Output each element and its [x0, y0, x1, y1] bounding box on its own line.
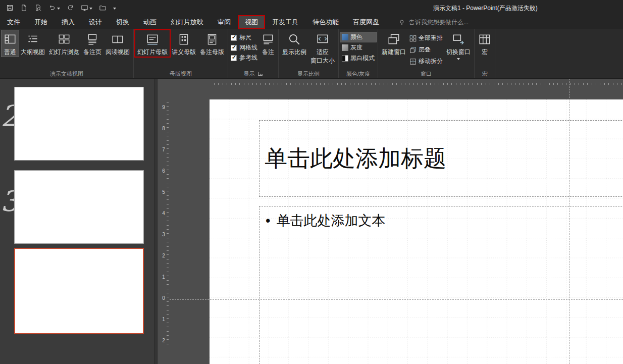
outline-view-button[interactable]: 大纲视图 — [19, 30, 47, 57]
outline-view-icon — [26, 33, 39, 46]
group-show: 标尺 网格线 参考线 备注 显示 — [228, 29, 279, 78]
print-preview-icon[interactable] — [34, 4, 42, 12]
undo-button[interactable] — [48, 4, 60, 12]
color-button[interactable]: 颜色 — [340, 32, 376, 42]
screen-record-button[interactable] — [81, 4, 92, 12]
tab-transitions[interactable]: 切换 — [109, 15, 136, 29]
slide-thumbnail-3-selected[interactable] — [14, 248, 144, 334]
slide-thumbnail-2[interactable] — [14, 170, 144, 244]
notes-page-button[interactable]: 备注页 — [81, 30, 103, 57]
slide-master-button[interactable]: 幻灯片母版 — [135, 30, 170, 57]
normal-view-button[interactable]: 普通 — [2, 30, 19, 57]
handout-master-label: 讲义母版 — [172, 48, 196, 57]
vertical-ruler: 9 8 7 6 5 4 3 2 1 0 1 2 — [158, 79, 170, 364]
notes-master-button[interactable]: 备注母版 — [198, 30, 226, 57]
guides-checkbox[interactable]: 参考线 — [231, 54, 257, 62]
ruler-number: 1 — [158, 317, 170, 322]
cascade-button[interactable]: 层叠 — [408, 45, 444, 55]
screen-record-dropdown-icon[interactable] — [89, 8, 92, 10]
horizontal-guide[interactable] — [170, 299, 623, 300]
title-bar: 演示文稿1 - PowerPoint(产品激活失败) — [0, 0, 623, 15]
group-zoom: 显示比例 适应 窗口大小 显示比例 — [279, 29, 339, 78]
checkbox-checked-icon — [231, 45, 237, 51]
title-placeholder[interactable]: 单击此处添加标题 — [259, 120, 623, 197]
checkbox-checked-icon — [231, 35, 237, 41]
ribbon: 普通 大纲视图 幻灯片浏览 备注页 阅读视图 — [0, 29, 623, 79]
notes-button[interactable]: 备注 — [259, 30, 277, 57]
ruler-number: 5 — [158, 189, 170, 195]
tab-developer[interactable]: 开发工具 — [265, 15, 305, 29]
tab-slideshow[interactable]: 幻灯片放映 — [164, 15, 211, 29]
notes-page-icon — [86, 33, 99, 46]
title-placeholder-text: 单击此处添加标题 — [259, 143, 446, 174]
slide-sorter-label: 幻灯片浏览 — [49, 48, 79, 57]
normal-view-label: 普通 — [4, 48, 16, 57]
tab-baidu-netdisk[interactable]: 百度网盘 — [346, 15, 386, 29]
group-presentation-views: 普通 大纲视图 幻灯片浏览 备注页 阅读视图 — [0, 29, 134, 78]
grayscale-button[interactable]: 灰度 — [340, 43, 376, 53]
ruler-number: 7 — [158, 147, 170, 152]
slide-sorter-button[interactable]: 幻灯片浏览 — [47, 30, 81, 57]
handout-master-button[interactable]: 讲义母版 — [170, 30, 198, 57]
dialog-launcher-icon[interactable] — [257, 71, 263, 77]
notes-label: 备注 — [262, 48, 274, 57]
zoom-label: 显示比例 — [282, 48, 306, 57]
ruler-number: 3 — [158, 232, 170, 237]
save-icon[interactable] — [6, 4, 14, 12]
macros-icon — [478, 33, 491, 46]
notes-master-label: 备注母版 — [200, 48, 224, 57]
folder-open-icon[interactable] — [99, 4, 107, 12]
body-placeholder[interactable]: • 单击此处添加文本 — [259, 206, 623, 364]
tell-me-search[interactable]: 告诉我您想要做什么... — [386, 15, 469, 29]
macros-button[interactable]: 宏 — [476, 30, 493, 57]
grayscale-label: 灰度 — [350, 43, 362, 52]
grayscale-icon — [342, 44, 348, 51]
group-label-macros: 宏 — [476, 69, 493, 78]
bullet-glyph: • — [266, 213, 270, 229]
tab-insert[interactable]: 插入 — [55, 15, 82, 29]
new-window-icon — [387, 33, 400, 46]
new-window-button[interactable]: 新建窗口 — [380, 30, 408, 57]
group-label-color-grayscale: 颜色/灰度 — [340, 69, 376, 78]
new-file-icon[interactable] — [20, 4, 28, 12]
window-small-buttons: 全部重排 层叠 移动拆分 — [408, 30, 444, 66]
black-white-button[interactable]: 黑白模式 — [340, 54, 376, 63]
color-label: 颜色 — [350, 33, 362, 41]
gridlines-checkbox[interactable]: 网格线 — [231, 43, 257, 52]
arrange-all-button[interactable]: 全部重排 — [408, 33, 444, 43]
tab-review[interactable]: 审阅 — [211, 15, 238, 29]
redo-icon[interactable] — [67, 4, 74, 12]
tab-view[interactable]: 视图 — [238, 15, 265, 29]
tab-design[interactable]: 设计 — [82, 15, 109, 29]
reading-view-icon — [111, 33, 124, 46]
customize-qat-icon[interactable] — [113, 6, 116, 10]
tab-animations[interactable]: 动画 — [136, 15, 164, 29]
panel-splitter[interactable] — [154, 79, 158, 364]
undo-dropdown-icon[interactable] — [57, 8, 60, 10]
switch-windows-button[interactable]: 切换窗口 — [444, 30, 473, 60]
tab-home[interactable]: 开始 — [27, 15, 55, 29]
ruler-checkbox[interactable]: 标尺 — [231, 33, 257, 42]
body-placeholder-prompt: 单击此处添加文本 — [276, 212, 385, 230]
slide-thumbnail-1[interactable] — [14, 87, 144, 161]
notes-master-icon — [205, 33, 219, 46]
vertical-guide[interactable] — [569, 79, 570, 364]
fit-to-window-button[interactable]: 适应 窗口大小 — [308, 30, 337, 65]
ribbon-tab-bar: 文件 开始 插入 设计 切换 动画 幻灯片放映 审阅 视图 开发工具 特色功能 … — [0, 15, 623, 29]
group-label-show: 显示 — [230, 69, 277, 78]
tab-file[interactable]: 文件 — [0, 15, 27, 29]
group-window: 新建窗口 全部重排 层叠 移动拆分 — [378, 29, 475, 78]
zoom-icon — [288, 33, 301, 46]
reading-view-label: 阅读视图 — [106, 48, 130, 57]
gridlines-checkbox-label: 网格线 — [239, 43, 257, 52]
slide-master-icon — [146, 33, 159, 46]
zoom-button[interactable]: 显示比例 — [280, 30, 308, 57]
window-title: 演示文稿1 - PowerPoint(产品激活失败) — [433, 4, 538, 13]
move-split-button[interactable]: 移动拆分 — [408, 57, 444, 66]
show-label-text: 显示 — [244, 70, 255, 78]
tab-special-features[interactable]: 特色功能 — [305, 15, 346, 29]
slide-canvas[interactable]: 单击此处添加标题 • 单击此处添加文本 — [210, 99, 623, 364]
switch-windows-icon — [452, 33, 465, 46]
reading-view-button[interactable]: 阅读视图 — [103, 30, 132, 57]
group-label-window: 窗口 — [380, 69, 473, 78]
